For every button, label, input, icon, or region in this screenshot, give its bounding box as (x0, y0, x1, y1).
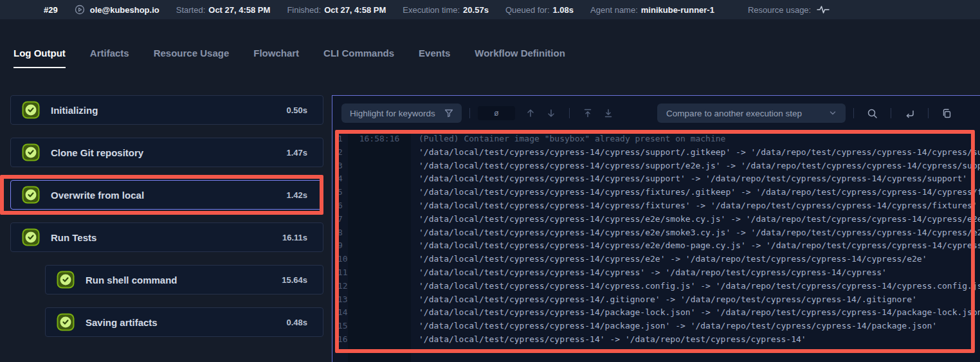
line-text: '/data/local/test/cypress/cypress-14/cyp… (411, 159, 980, 173)
tab[interactable]: CLI Commands (323, 48, 394, 68)
divider (891, 108, 891, 118)
wrap-lines-icon[interactable] (904, 108, 915, 119)
log-line: 4 '/data/local/test/cypress/cypress-14/c… (332, 172, 980, 186)
line-timestamp (348, 213, 411, 226)
step-card[interactable]: Run Tests 16.11s (10, 222, 323, 252)
log-line: 13 '/data/local/test/cypress/cypress-14/… (332, 293, 980, 307)
line-number: 9 (332, 239, 348, 253)
step-duration: 1.47s (286, 148, 307, 158)
line-timestamp (348, 320, 411, 333)
line-number: 1 (332, 132, 348, 146)
step-label: Run Tests (51, 232, 96, 243)
success-check-icon (22, 143, 40, 161)
line-number: 11 (332, 266, 348, 280)
line-timestamp (348, 172, 411, 186)
divider (469, 108, 470, 118)
line-timestamp (348, 333, 411, 347)
line-text: (Pulled) Container image "busybox" alrea… (411, 132, 725, 146)
log-line: 9 '/data/local/test/cypress/cypress-14/c… (332, 239, 980, 253)
log-toolbar: Highlight for keywords ø Compare to anot… (332, 96, 980, 131)
compare-step-dropdown[interactable]: Compare to another execution step (657, 104, 846, 123)
step-label: Initializing (51, 105, 98, 116)
line-text: '/data/local/test/cypress/cypress-14/cyp… (411, 172, 967, 186)
step-card[interactable]: Saving artifacts 0.48s (45, 307, 323, 337)
tab[interactable]: Flowchart (253, 48, 299, 68)
copy-icon[interactable] (941, 108, 952, 119)
filter-funnel-icon (444, 109, 453, 118)
scroll-to-top-button[interactable] (583, 108, 593, 118)
log-line: 10 '/data/local/test/cypress/cypress-14/… (332, 253, 980, 266)
line-text: '/data/local/test/cypress/cypress-14/cyp… (411, 253, 927, 266)
line-text: '/data/local/test/cypress/cypress-14/cyp… (411, 213, 980, 226)
previous-match-button[interactable] (525, 108, 536, 118)
line-number: 15 (332, 320, 348, 333)
step-label: Run shell command (86, 275, 177, 285)
step-card[interactable]: Initializing 0.50s (10, 95, 323, 125)
line-number: 10 (332, 253, 348, 266)
line-number: 12 (332, 280, 348, 293)
highlight-keywords-input[interactable]: Highlight for keywords (341, 104, 462, 123)
line-text: '/data/local/test/cypress/cypress-14/cyp… (411, 280, 980, 293)
success-check-icon (57, 313, 75, 331)
tab[interactable]: Artifacts (90, 48, 129, 68)
step-label: Saving artifacts (86, 317, 158, 328)
user-email: ole@kubeshop.io (90, 5, 159, 15)
scroll-to-bottom-button[interactable] (603, 108, 613, 118)
success-check-icon (22, 228, 40, 246)
step-duration: 0.48s (286, 318, 307, 327)
tab[interactable]: Events (419, 48, 450, 68)
step-card[interactable]: Clone Git repository 1.47s (10, 138, 323, 167)
log-output-panel: Highlight for keywords ø Compare to anot… (332, 95, 980, 362)
step-duration: 15.64s (282, 275, 307, 285)
line-timestamp (348, 239, 411, 253)
line-text: '/data/local/test/cypress/cypress-14/cyp… (411, 226, 980, 240)
search-icon[interactable] (867, 108, 878, 119)
log-line: 1 16:58:16 (Pulled) Container image "bus… (332, 132, 980, 146)
play-circle-icon (75, 5, 85, 15)
line-text: '/data/local/test/cypress/cypress-14/.gi… (411, 293, 917, 307)
match-counter: ø (478, 106, 515, 120)
line-timestamp (348, 266, 411, 280)
next-match-button[interactable] (546, 108, 556, 118)
line-timestamp (348, 226, 411, 240)
line-timestamp (348, 253, 411, 266)
log-line: 3 '/data/local/test/cypress/cypress-14/c… (332, 159, 980, 173)
tab[interactable]: Log Output (14, 48, 66, 68)
divider (853, 108, 854, 118)
line-number: 7 (332, 213, 348, 226)
line-timestamp (348, 293, 411, 307)
log-line: 6 '/data/local/test/cypress/cypress-14/c… (332, 199, 980, 213)
line-number: 14 (332, 306, 348, 320)
line-number: 4 (332, 172, 348, 186)
step-card[interactable]: Run shell command 15.64s (45, 265, 323, 294)
line-number: 16 (332, 333, 348, 347)
line-text: '/data/local/test/cypress/cypress-14/cyp… (411, 266, 887, 280)
line-timestamp (348, 159, 411, 173)
header-field: Queued for:1.08s (505, 5, 574, 15)
step-card[interactable]: Overwrite from local 1.42s (10, 180, 323, 210)
header-fields: Started:Oct 27, 4:58 PMFinished:Oct 27, … (176, 5, 731, 15)
line-timestamp (348, 306, 411, 320)
line-text: '/data/local/test/cypress/cypress-14/cyp… (411, 239, 980, 253)
line-timestamp (348, 199, 411, 213)
resource-usage-waveform-icon[interactable] (816, 5, 830, 14)
log-line: 12 '/data/local/test/cypress/cypress-14/… (332, 280, 980, 293)
divider (569, 108, 570, 118)
line-number: 5 (332, 186, 348, 199)
header-field: Started:Oct 27, 4:58 PM (176, 5, 271, 15)
line-number: 8 (332, 226, 348, 240)
log-body[interactable]: 1 16:58:16 (Pulled) Container image "bus… (332, 131, 980, 362)
tab[interactable]: Resource Usage (154, 48, 230, 68)
log-line: 8 '/data/local/test/cypress/cypress-14/c… (332, 226, 980, 240)
line-timestamp (348, 186, 411, 199)
log-line: 16 '/data/local/test/cypress/cypress-14'… (332, 333, 980, 347)
line-number: 13 (332, 293, 348, 307)
log-line: 2 '/data/local/test/cypress/cypress-14/c… (332, 146, 980, 159)
success-check-icon (22, 186, 40, 204)
log-line: 5 '/data/local/test/cypress/cypress-14/c… (332, 186, 980, 199)
line-number: 3 (332, 159, 348, 173)
line-number: 2 (332, 146, 348, 159)
step-duration: 16.11s (282, 233, 307, 242)
tab[interactable]: Workflow Definition (475, 48, 565, 68)
log-line: 7 '/data/local/test/cypress/cypress-14/c… (332, 213, 980, 226)
